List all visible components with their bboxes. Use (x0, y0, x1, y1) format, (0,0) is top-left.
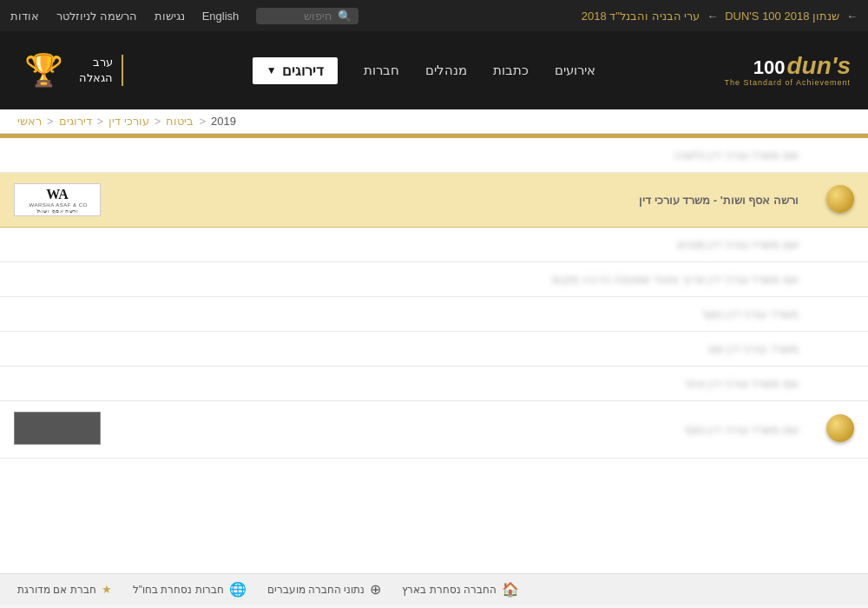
globe-icon: ⊕ (370, 581, 381, 598)
logo-cell-warsha: WA WARSHA ASAF & CO. ורשה אסף ושות' (0, 173, 115, 228)
row-text: שם משרד עורכי דין נוסף (115, 401, 812, 459)
medal-cell (812, 332, 868, 367)
blurred-firm-name: שם משרד עורכי דין כלשהו (674, 149, 799, 162)
world-icon: 🌐 (229, 581, 247, 598)
search-box[interactable]: 🔍 (256, 8, 358, 24)
row-text: שם משרד עורכי דין כלשהו (115, 138, 812, 173)
search-input[interactable] (263, 10, 332, 23)
logo-cell (0, 367, 115, 401)
blurred-firm-name: משרד עורכי דין נוסף (702, 307, 799, 321)
award-line2: הגאלה (79, 70, 113, 86)
row-text-firm[interactable]: ורשה אסף ושות' - משרד עורכי דין (115, 173, 812, 228)
table-row: משרד עורכי דין נוסף (0, 297, 868, 332)
nav-managers[interactable]: מנהלים (425, 63, 467, 78)
logo-area: dun's 100 The Standard of Achievement (724, 54, 851, 88)
medal-cell (812, 262, 868, 297)
logo-cell (0, 332, 115, 367)
award-line1: ערב (79, 55, 113, 70)
row-text: משרד עורכי דין נוסף (115, 297, 812, 332)
footer-item-local: 🏠 החברה נסחרת בארץ (402, 581, 519, 598)
nav-rankings-label: דירוגים (282, 63, 324, 79)
logo-cell-dark (0, 401, 115, 459)
nav-companies[interactable]: חברות (364, 63, 399, 78)
blurred-firm-name: שם משרד עורכי דין ארוך מאוד שמכסה הרבה מ… (552, 273, 799, 286)
arrow-icon: ← (846, 10, 858, 23)
top-nav-newsletter[interactable]: הרשמה לניוזלטר (56, 10, 137, 23)
footer-label-data: נתוני החברה מועברים (267, 584, 365, 596)
logo-cell (0, 138, 115, 173)
blurred-firm-name: שם משרד עורכי דין אחר (684, 377, 799, 390)
search-icon: 🔍 (338, 10, 352, 23)
trophy-icon: 🏆 (24, 52, 63, 89)
duns-text: dun's (786, 54, 851, 78)
breadcrumb-bar: 2019 < ביטוח < עורכי דין < דירוגים < ראש… (0, 109, 868, 134)
nav-rankings-active[interactable]: דירוגים ▼ (253, 57, 338, 84)
top-bar: ← שנתון 2018 DUN'S 100 ← ערי הבניה והבנל… (0, 0, 868, 31)
logo-cell (0, 297, 115, 332)
wa-logo-inner: WA WARSHA ASAF & CO. ורשה אסף ושות' (27, 187, 87, 214)
logo-cell (0, 262, 115, 297)
medal-cell (812, 138, 868, 173)
top-nav-accessibility[interactable]: נגישות (155, 10, 185, 23)
breadcrumb-lawyers[interactable]: עורכי דין (108, 115, 149, 128)
medal-cell (812, 367, 868, 401)
sep4: < (47, 115, 54, 128)
breadcrumb-home[interactable]: ראשי (17, 115, 42, 128)
footer-label-foreign: חברות נסחרת בחו"ל (133, 584, 224, 596)
rankings-table: שם משרד עורכי דין כלשהו ורשה אסף ושות' -… (0, 138, 868, 459)
top-breadcrumb-item2[interactable]: ערי הבניה והבנל"ד 2018 (582, 10, 700, 23)
footer-item-parent: ★ חברת אם מדורגת (17, 583, 112, 596)
footer-item-foreign: 🌐 חברות נסחרת בחו"ל (133, 581, 247, 598)
breadcrumb-rankings[interactable]: דירוגים (59, 115, 92, 128)
breadcrumb-insurance[interactable]: ביטוח (166, 115, 194, 128)
nav-articles[interactable]: כתבות (493, 63, 529, 78)
medal-cell-8 (812, 401, 868, 459)
footer-label-local: החברה נסחרת בארץ (402, 584, 496, 596)
top-nav-english[interactable]: English (202, 10, 240, 23)
table-row: שם משרד עורכי דין ארוך מאוד שמכסה הרבה מ… (0, 262, 868, 297)
row-text: משרד עורכי דין שם (115, 332, 812, 367)
logo-cell (0, 228, 115, 262)
dark-logo-img (14, 412, 101, 445)
gold-medal-icon (826, 185, 854, 213)
blurred-firm-name: שם משרד עורכי דין נוסף (684, 423, 799, 436)
medal-cell-2 (812, 173, 868, 228)
dropdown-arrow-icon: ▼ (266, 64, 277, 76)
award-area: ערב הגאלה 🏆 (17, 52, 123, 89)
table-row: שם משרד עורכי דין נוסף (0, 401, 868, 459)
sep1: < (199, 115, 206, 128)
row-text: שם משרד עורכי דין ארוך מאוד שמכסה הרבה מ… (115, 262, 812, 297)
top-breadcrumb: ← שנתון 2018 DUN'S 100 ← ערי הבניה והבנל… (582, 10, 858, 23)
sep2: < (155, 115, 161, 128)
main-nav: אירועים כתבות מנהלים חברות דירוגים ▼ (253, 57, 595, 84)
arrow-icon2: ← (707, 10, 718, 23)
table-row: שם משרד עורכי דין כלשהו (0, 138, 868, 173)
firm-name-warsha: ורשה אסף ושות' - משרד עורכי דין (639, 194, 799, 207)
top-bar-right: 🔍 English נגישות הרשמה לניוזלטר אודות (10, 8, 358, 24)
star-icon: ★ (102, 583, 112, 596)
sep3: < (97, 115, 104, 128)
blurred-firm-name: שם משרד עורכי דין מסוים (677, 238, 799, 251)
footer-item-data: ⊕ נתוני החברה מועברים (267, 581, 382, 598)
row-text: שם משרד עורכי דין מסוים (115, 228, 812, 262)
table-row: שם משרד עורכי דין אחר (0, 367, 868, 401)
breadcrumb-year: 2019 (211, 115, 236, 128)
gold-medal-icon-2 (826, 414, 854, 442)
top-bar-left: ← שנתון 2018 DUN'S 100 ← ערי הבניה והבנל… (582, 10, 858, 23)
blurred-firm-name: משרד עורכי דין שם (708, 342, 799, 355)
top-breadcrumb-item1[interactable]: שנתון 2018 DUN'S 100 (725, 10, 839, 23)
duns-100: 100 (753, 58, 786, 77)
table-row: שם משרד עורכי דין מסוים (0, 228, 868, 262)
footer-label-parent: חברת אם מדורגת (17, 584, 96, 596)
medal-cell (812, 228, 868, 262)
main-header: dun's 100 The Standard of Achievement אי… (0, 31, 868, 109)
top-nav-about[interactable]: אודות (10, 10, 39, 23)
medal-cell (812, 297, 868, 332)
table-row-highlighted: ורשה אסף ושות' - משרד עורכי דין WA WARSH… (0, 173, 868, 228)
duns-logo: dun's 100 The Standard of Achievement (724, 54, 851, 88)
duns-tagline: The Standard of Achievement (724, 78, 851, 88)
wa-hebrew: ורשה אסף ושות' (36, 208, 78, 214)
table-row: משרד עורכי דין שם (0, 332, 868, 367)
nav-events[interactable]: אירועים (555, 63, 595, 78)
footer-bar: 🏠 החברה נסחרת בארץ ⊕ נתוני החברה מועברים… (0, 573, 868, 605)
